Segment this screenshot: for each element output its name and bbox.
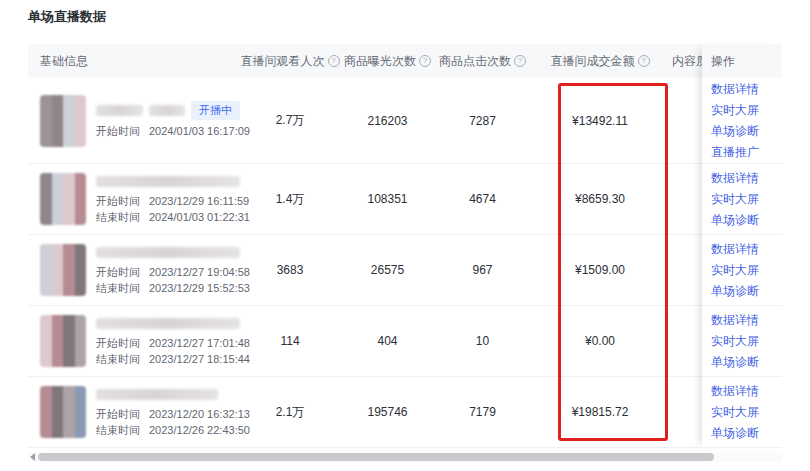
action-session-diagnosis[interactable]: 单场诊断 — [711, 211, 782, 230]
time-label: 结束时间 — [96, 282, 140, 294]
basic-info-cell: 开始时间2023/12/27 19:04:58结束时间2023/12/29 15… — [28, 244, 240, 296]
exposures-cell: 26575 — [340, 263, 435, 277]
time-value: 2023/12/20 16:32:13 — [149, 408, 250, 420]
time-value: 2024/01/03 16:17:09 — [149, 125, 250, 137]
stream-title-line — [96, 315, 240, 331]
time-line: 结束时间2023/12/26 22:43:50 — [96, 422, 240, 438]
action-data-details[interactable]: 数据详情 — [711, 311, 782, 330]
action-session-diagnosis[interactable]: 单场诊断 — [711, 282, 782, 301]
time-line: 开始时间2023/12/20 16:32:13 — [96, 406, 240, 422]
time-label: 开始时间 — [96, 195, 140, 207]
action-data-details[interactable]: 数据详情 — [711, 382, 782, 401]
viewers-cell: 3683 — [240, 263, 340, 277]
action-session-diagnosis[interactable]: 单场诊断 — [711, 353, 782, 372]
action-realtime-screen[interactable]: 实时大屏 — [711, 332, 782, 351]
scrollbar-left-arrow-icon[interactable] — [28, 452, 36, 462]
action-data-details[interactable]: 数据详情 — [711, 80, 782, 99]
time-label: 结束时间 — [96, 424, 140, 436]
col-header-label: 直播间观看人次 — [241, 53, 325, 70]
info-icon[interactable]: ? — [419, 55, 431, 67]
stream-thumbnail — [40, 386, 86, 438]
time-line: 结束时间2024/01/03 01:22:31 — [96, 209, 240, 225]
table-body: 开播中 开始时间2024/01/03 16:17:09 2.7万 216203 … — [28, 78, 782, 448]
stream-meta: 开始时间2023/12/29 16:11:59结束时间2024/01/03 01… — [96, 173, 240, 225]
basic-info-cell: 开始时间2023/12/27 17:01:48结束时间2023/12/27 18… — [28, 315, 240, 367]
stream-meta: 开始时间2023/12/20 16:32:13结束时间2023/12/26 22… — [96, 386, 240, 438]
blurred-stream-title — [96, 105, 143, 116]
clicks-cell: 7179 — [435, 405, 530, 419]
action-realtime-screen[interactable]: 实时大屏 — [711, 261, 782, 280]
time-label: 开始时间 — [96, 337, 140, 349]
col-header-label: 基础信息 — [40, 53, 88, 70]
exposures-cell: 216203 — [340, 114, 435, 128]
info-icon[interactable]: ? — [328, 55, 340, 67]
col-header-basic-info: 基础信息 — [28, 53, 240, 70]
gmv-cell: ¥13492.11 — [530, 114, 670, 128]
stream-title-line — [96, 386, 240, 402]
row-actions: 数据详情实时大屏单场诊断直播推广 — [702, 78, 782, 164]
time-label: 结束时间 — [96, 211, 140, 223]
time-line: 开始时间2023/12/27 17:01:48 — [96, 335, 240, 351]
actions-body: 数据详情实时大屏单场诊断直播推广数据详情实时大屏单场诊断数据详情实时大屏单场诊断… — [702, 78, 782, 448]
basic-info-cell: 开始时间2023/12/29 16:11:59结束时间2024/01/03 01… — [28, 173, 240, 225]
gmv-cell: ¥0.00 — [530, 334, 670, 348]
time-value: 2024/01/03 01:22:31 — [149, 211, 250, 223]
action-session-diagnosis[interactable]: 单场诊断 — [711, 424, 782, 443]
stream-meta: 开播中 开始时间2024/01/03 16:17:09 — [96, 103, 240, 139]
stream-title-line — [96, 173, 240, 189]
blurred-stream-title — [96, 318, 240, 329]
stream-thumbnail — [40, 173, 86, 225]
table-row: 开始时间2023/12/20 16:32:13结束时间2023/12/26 22… — [28, 377, 782, 448]
table-row: 开始时间2023/12/27 17:01:48结束时间2023/12/27 18… — [28, 306, 782, 377]
row-actions: 数据详情实时大屏单场诊断 — [702, 306, 782, 377]
time-value: 2023/12/29 16:11:59 — [149, 195, 249, 207]
clicks-cell: 967 — [435, 263, 530, 277]
exposures-cell: 195746 — [340, 405, 435, 419]
gmv-cell: ¥1509.00 — [530, 263, 670, 277]
time-value: 2023/12/29 15:52:53 — [149, 282, 250, 294]
viewers-cell: 1.4万 — [240, 191, 340, 208]
row-actions: 数据详情实时大屏单场诊断 — [702, 235, 782, 306]
stream-times: 开始时间2023/12/20 16:32:13结束时间2023/12/26 22… — [96, 406, 240, 438]
stream-times: 开始时间2024/01/03 16:17:09 — [96, 123, 240, 139]
action-data-details[interactable]: 数据详情 — [711, 169, 782, 188]
blurred-stream-title — [96, 247, 240, 258]
action-realtime-screen[interactable]: 实时大屏 — [711, 403, 782, 422]
stream-thumbnail — [40, 315, 86, 367]
clicks-cell: 4674 — [435, 192, 530, 206]
blurred-stream-title — [96, 389, 218, 400]
time-line: 开始时间2023/12/29 16:11:59 — [96, 193, 240, 209]
action-live-promotion[interactable]: 直播推广 — [711, 143, 782, 162]
basic-info-cell: 开播中 开始时间2024/01/03 16:17:09 — [28, 95, 240, 147]
page-title: 单场直播数据 — [28, 8, 106, 26]
viewers-cell: 2.7万 — [240, 112, 340, 129]
time-label: 开始时间 — [96, 125, 140, 137]
time-label: 开始时间 — [96, 408, 140, 420]
info-icon[interactable]: ? — [638, 55, 650, 67]
action-realtime-screen[interactable]: 实时大屏 — [711, 190, 782, 209]
viewers-cell: 114 — [240, 334, 340, 348]
col-header-gmv: 直播间成交金额 ? — [530, 53, 670, 70]
clicks-cell: 7287 — [435, 114, 530, 128]
action-session-diagnosis[interactable]: 单场诊断 — [711, 122, 782, 141]
col-header-product-exposures: 商品曝光次数 ? — [340, 53, 435, 70]
row-actions: 数据详情实时大屏单场诊断 — [702, 377, 782, 448]
stream-times: 开始时间2023/12/29 16:11:59结束时间2024/01/03 01… — [96, 193, 240, 225]
col-header-viewers: 直播间观看人次 ? — [240, 53, 340, 70]
action-realtime-screen[interactable]: 实时大屏 — [711, 101, 782, 120]
table-row: 开始时间2023/12/29 16:11:59结束时间2024/01/03 01… — [28, 164, 782, 235]
table-row: 开播中 开始时间2024/01/03 16:17:09 2.7万 216203 … — [28, 78, 782, 164]
horizontal-scrollbar[interactable] — [28, 452, 782, 462]
time-value: 2023/12/27 19:04:58 — [149, 266, 250, 278]
row-actions: 数据详情实时大屏单场诊断 — [702, 164, 782, 235]
action-data-details[interactable]: 数据详情 — [711, 240, 782, 259]
col-header-product-clicks: 商品点击次数 ? — [435, 53, 530, 70]
stream-title-line — [96, 244, 240, 260]
exposures-cell: 404 — [340, 334, 435, 348]
info-icon[interactable]: ? — [514, 55, 526, 67]
gmv-cell: ¥19815.72 — [530, 405, 670, 419]
col-header-label: 直播间成交金额 — [551, 53, 635, 70]
time-line: 开始时间2023/12/27 19:04:58 — [96, 264, 240, 280]
scrollbar-thumb[interactable] — [38, 453, 714, 461]
stream-title-line: 开播中 — [96, 103, 240, 119]
